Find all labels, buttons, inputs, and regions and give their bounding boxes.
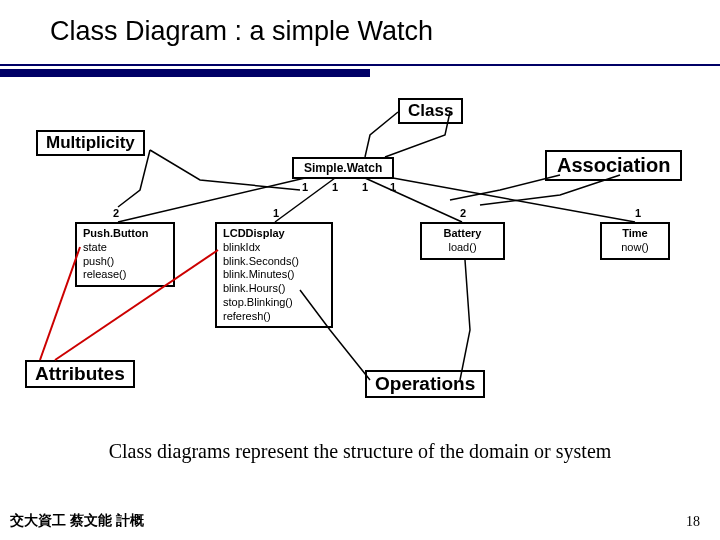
mult-lcd: 1 bbox=[273, 207, 279, 219]
uml-battery: Battery load() bbox=[420, 222, 505, 260]
uml-lcd-name: LCDDisplay bbox=[223, 227, 325, 241]
svg-line-2 bbox=[365, 178, 462, 222]
slide-title: Class Diagram : a simple Watch bbox=[0, 0, 720, 55]
mult-bat: 2 bbox=[460, 207, 466, 219]
uml-simplewatch: Simple.Watch bbox=[292, 157, 394, 179]
mult-sw-a: 1 bbox=[302, 181, 308, 193]
svg-line-4 bbox=[40, 247, 80, 360]
label-multiplicity: Multiplicity bbox=[36, 130, 145, 156]
uml-line: release() bbox=[83, 268, 167, 282]
uml-line: blink.Hours() bbox=[223, 282, 325, 296]
mult-sw-d: 1 bbox=[390, 181, 396, 193]
uml-simplewatch-name: Simple.Watch bbox=[304, 161, 382, 175]
label-attributes: Attributes bbox=[25, 360, 135, 388]
uml-line: referesh() bbox=[223, 310, 325, 324]
uml-time: Time now() bbox=[600, 222, 670, 260]
mult-sw-c: 1 bbox=[362, 181, 368, 193]
mult-sw-b: 1 bbox=[332, 181, 338, 193]
uml-time-name: Time bbox=[608, 227, 662, 241]
uml-line: blink.Minutes() bbox=[223, 268, 325, 282]
uml-line: stop.Blinking() bbox=[223, 296, 325, 310]
uml-battery-name: Battery bbox=[428, 227, 497, 241]
mult-pb: 2 bbox=[113, 207, 119, 219]
label-association: Association bbox=[545, 150, 682, 181]
uml-line: state bbox=[83, 241, 167, 255]
uml-line: now() bbox=[608, 241, 662, 255]
title-underline bbox=[0, 64, 720, 77]
uml-line: blink.Seconds() bbox=[223, 255, 325, 269]
label-operations: Operations bbox=[365, 370, 485, 398]
uml-line: load() bbox=[428, 241, 497, 255]
mult-time: 1 bbox=[635, 207, 641, 219]
uml-pushbutton-name: Push.Button bbox=[83, 227, 167, 241]
uml-line: push() bbox=[83, 255, 167, 269]
uml-line: blinkIdx bbox=[223, 241, 325, 255]
slide-caption: Class diagrams represent the structure o… bbox=[0, 440, 720, 463]
svg-line-3 bbox=[393, 178, 635, 222]
uml-pushbutton: Push.Button state push() release() bbox=[75, 222, 175, 287]
label-class: Class bbox=[398, 98, 463, 124]
uml-lcd: LCDDisplay blinkIdx blink.Seconds() blin… bbox=[215, 222, 333, 328]
footer-text: 交大資工 蔡文能 計概 bbox=[10, 512, 144, 530]
page-number: 18 bbox=[686, 514, 700, 530]
